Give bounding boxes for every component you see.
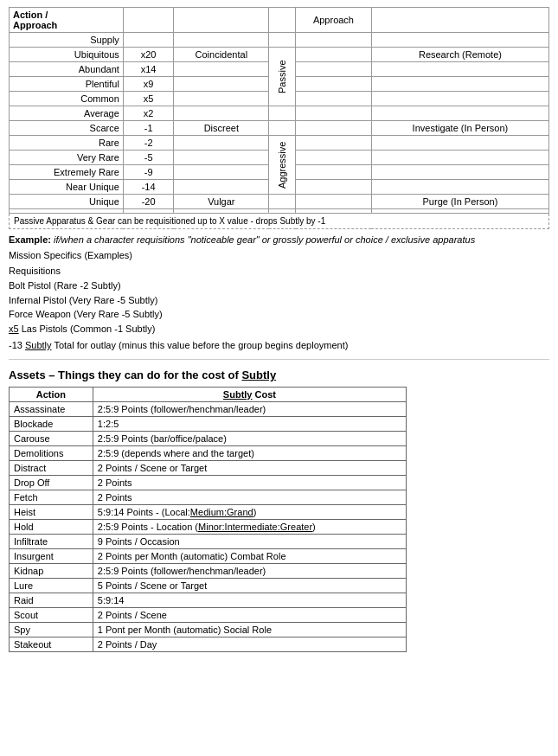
assets-cost-fetch: 2 Points <box>93 490 406 505</box>
assets-cost-raid: 5:9:14 <box>93 593 406 608</box>
common-col5 <box>296 92 372 106</box>
assets-col-action: Action <box>10 388 93 402</box>
unique-col5 <box>296 195 372 209</box>
ubiquitous-mult: x20 <box>123 48 174 62</box>
unique-result: Purge (In Person) <box>371 195 548 209</box>
unique-mult: -20 <box>123 195 174 209</box>
table-header-pa <box>269 8 296 33</box>
passive-label: Passive <box>269 48 296 106</box>
assets-action-lure: Lure <box>10 579 93 593</box>
near-unique-col5 <box>296 180 372 195</box>
ubiquitous-approach: Coincidental <box>174 48 269 62</box>
mission-specifics-heading: Mission Specifics (Examples) <box>9 250 549 260</box>
near-unique-label: Near Unique <box>10 180 124 195</box>
supply-col5 <box>296 33 372 48</box>
assets-row-infiltrate: Infiltrate 9 Points / Occasion <box>10 535 407 549</box>
assets-cost-hold: 2:5:9 Points - Location (Minor:Intermedi… <box>93 520 406 535</box>
common-label: Common <box>10 92 124 106</box>
assets-action-heist: Heist <box>10 505 93 520</box>
average-mult: x2 <box>123 106 174 121</box>
assets-cost-carouse: 2:5:9 Points (bar/office/palace) <box>93 432 406 446</box>
assets-cost-infiltrate: 9 Points / Occasion <box>93 535 406 549</box>
very-rare-col5 <box>296 151 372 165</box>
average-pa <box>269 106 296 121</box>
ubiquitous-result: Research (Remote) <box>371 48 548 62</box>
assets-row-scout: Scout 2 Points / Scene <box>10 608 407 623</box>
assets-cost-dropoff: 2 Points <box>93 476 406 490</box>
average-label: Average <box>10 106 124 121</box>
assets-row-carouse: Carouse 2:5:9 Points (bar/office/palace) <box>10 432 407 446</box>
assets-row-heist: Heist 5:9:14 Points - (Local:Medium:Gran… <box>10 505 407 520</box>
assets-cost-spy: 1 Pont per Month (automatic) Social Role <box>93 623 406 637</box>
availability-table: Action / Approach Approach Supply Ubiqui… <box>9 7 549 229</box>
common-result <box>371 92 548 106</box>
ubiquitous-col5 <box>296 48 372 62</box>
assets-action-fetch: Fetch <box>10 490 93 505</box>
assets-heading: Assets – Things they can do for the cost… <box>9 368 549 381</box>
assets-cost-scout: 2 Points / Scene <box>93 608 406 623</box>
rare-result <box>371 136 548 151</box>
assets-row-kidnap: Kidnap 2:5:9 Points (follower/henchman/l… <box>10 564 407 579</box>
assets-cost-assassinate: 2:5:9 Points (follower/henchman/leader) <box>93 402 406 417</box>
table-header-result <box>371 8 548 33</box>
assets-title: Assets <box>9 368 46 381</box>
requisitions-list: Bolt Pistol (Rare -2 Subtly) Infernal Pi… <box>9 279 549 336</box>
assets-cost-demolitions: 2:5:9 (depends where and the target) <box>93 446 406 461</box>
rare-approach <box>174 136 269 151</box>
near-unique-approach <box>174 180 269 195</box>
abundant-label: Abundant <box>10 62 124 77</box>
assets-action-raid: Raid <box>10 593 93 608</box>
assets-row-blockade: Blockade 1:2:5 <box>10 417 407 432</box>
assets-cost-blockade: 1:2:5 <box>93 417 406 432</box>
near-unique-mult: -14 <box>123 180 174 195</box>
assets-action-carouse: Carouse <box>10 432 93 446</box>
near-unique-result <box>371 180 548 195</box>
very-rare-mult: -5 <box>123 151 174 165</box>
example-text: Example: if/when a character requisition… <box>9 234 549 245</box>
scarce-result: Investigate (In Person) <box>371 121 548 136</box>
assets-row-spy: Spy 1 Pont per Month (automatic) Social … <box>10 623 407 637</box>
section-divider <box>9 359 549 360</box>
req-1: Bolt Pistol (Rare -2 Subtly) <box>9 279 549 293</box>
assets-action-kidnap: Kidnap <box>10 564 93 579</box>
scarce-mult: -1 <box>123 121 174 136</box>
unique-pa <box>269 195 296 209</box>
unique-label: Unique <box>10 195 124 209</box>
assets-action-distract: Distract <box>10 461 93 476</box>
req-3: Force Weapon (Very Rare -5 Subtly) <box>9 307 549 322</box>
assets-row-assassinate: Assassinate 2:5:9 Points (follower/hench… <box>10 402 407 417</box>
rare-mult: -2 <box>123 136 174 151</box>
extremely-rare-col5 <box>296 165 372 180</box>
assets-col-cost-label: Subtly <box>223 389 253 400</box>
common-mult: x5 <box>123 92 174 106</box>
assets-subtly: Subtly <box>241 368 276 381</box>
assets-row-insurgent: Insurgent 2 Points per Month (automatic)… <box>10 549 407 564</box>
ubiquitous-label: Ubiquitous <box>10 48 124 62</box>
aggressive-label: Aggressive <box>269 136 296 195</box>
average-col5 <box>296 106 372 121</box>
assets-action-scout: Scout <box>10 608 93 623</box>
assets-subheading: – Things they can do for the cost of <box>46 368 242 381</box>
assets-action-assassinate: Assassinate <box>10 402 93 417</box>
assets-cost-lure: 5 Points / Scene or Target <box>93 579 406 593</box>
assets-cost-heist: 5:9:14 Points - (Local:Medium:Grand) <box>93 505 406 520</box>
common-approach <box>174 92 269 106</box>
total-line: -13 Subtly Total for outlay (minus this … <box>9 340 549 350</box>
abundant-approach <box>174 62 269 77</box>
assets-row-lure: Lure 5 Points / Scene or Target <box>10 579 407 593</box>
rare-col5 <box>296 136 372 151</box>
very-rare-label: Very Rare <box>10 151 124 165</box>
assets-row-stakeout: Stakeout 2 Points / Day <box>10 637 407 652</box>
unique-approach: Vulgar <box>174 195 269 209</box>
table-header-action: Action / Approach <box>10 8 124 33</box>
assets-row-fetch: Fetch 2 Points <box>10 490 407 505</box>
very-rare-result <box>371 151 548 165</box>
assets-col-cost: Subtly Cost <box>93 388 406 402</box>
abundant-col5 <box>296 62 372 77</box>
req-2: Infernal Pistol (Very Rare -5 Subtly) <box>9 293 549 308</box>
example-label: Example: <box>9 234 51 245</box>
extremely-rare-result <box>371 165 548 180</box>
scarce-pa <box>269 121 296 136</box>
assets-table: Action Subtly Cost Assassinate 2:5:9 Poi… <box>9 387 407 652</box>
plentiful-approach <box>174 77 269 92</box>
